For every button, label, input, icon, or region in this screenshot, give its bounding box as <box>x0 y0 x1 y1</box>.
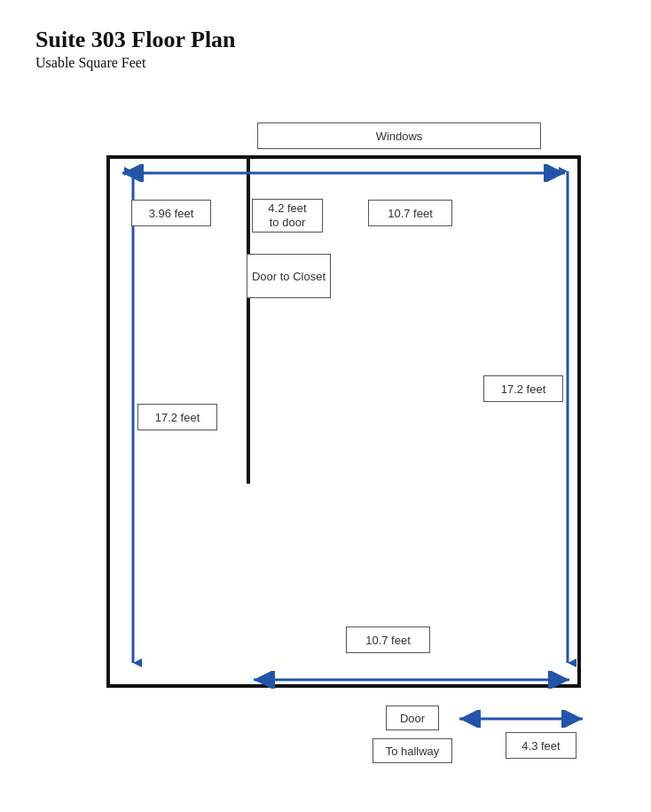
dim-top-left-width: 3.96 feet <box>131 200 211 226</box>
sub-title: Usable Square Feet <box>35 55 236 71</box>
dim-top-middle-width: 4.2 feet to door <box>252 199 323 233</box>
arrow-top-full <box>115 164 572 182</box>
dim-top-right-width: 10.7 feet <box>368 200 452 226</box>
dim-door-width: 4.3 feet <box>506 732 576 759</box>
arrow-bottom-right <box>247 671 576 689</box>
main-title: Suite 303 Floor Plan <box>35 27 236 53</box>
closet-divider-vertical <box>247 155 250 484</box>
dim-right-height: 17.2 feet <box>483 375 563 402</box>
title-block: Suite 303 Floor Plan Usable Square Feet <box>35 27 236 71</box>
dim-left-height: 17.2 feet <box>137 404 217 430</box>
floor-plan-page: Suite 303 Floor Plan Usable Square Feet … <box>0 0 651 812</box>
door-label: Door <box>386 706 439 730</box>
door-to-closet-label: Door to Closet <box>247 254 331 298</box>
arrow-door-small <box>452 710 590 728</box>
to-hallway-label: To hallway <box>373 738 452 763</box>
arrow-right-vertical <box>559 164 576 670</box>
dim-bottom-right-width: 10.7 feet <box>346 627 430 653</box>
windows-label: Windows <box>257 122 541 149</box>
